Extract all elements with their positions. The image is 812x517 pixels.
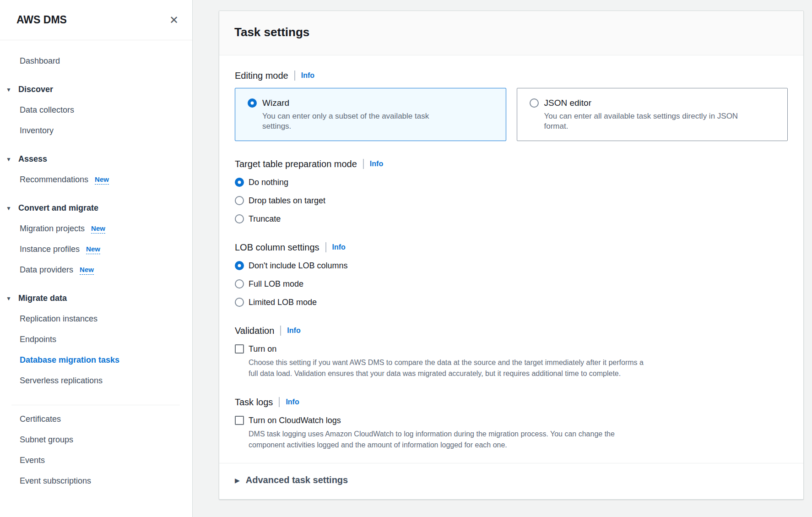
sidebar-item-subnet-groups[interactable]: Subnet groups <box>0 430 192 450</box>
app-title: AWS DMS <box>16 14 67 26</box>
sidebar-item-data-collectors[interactable]: Data collectors <box>0 100 192 120</box>
card-body: Editing mode Info Wizard You can enter o… <box>219 55 803 463</box>
caret-down-icon: ▼ <box>6 295 11 302</box>
sidebar-divider <box>11 405 180 405</box>
sidebar-section-assess: ▼ Assess Recommendations New <box>0 149 192 190</box>
drop-tables-radio[interactable] <box>235 196 244 205</box>
validation-info-link[interactable]: Info <box>287 327 300 335</box>
sidebar-item-database-migration-tasks[interactable]: Database migration tasks <box>0 350 192 370</box>
main-content: Task settings Editing mode Info Wizard <box>193 0 812 517</box>
sidebar-section-header-discover[interactable]: ▼ Discover <box>0 79 192 100</box>
sidebar-item-events[interactable]: Events <box>0 450 192 471</box>
new-badge: New <box>80 266 94 275</box>
editing-mode-tiles: Wizard You can enter only a subset of th… <box>235 88 788 141</box>
json-editor-label: JSON editor <box>544 98 591 108</box>
validation-label: Validation <box>235 326 274 336</box>
sidebar-section-header-convert-and-migrate[interactable]: ▼ Convert and migrate <box>0 198 192 218</box>
sidebar-section-header-assess[interactable]: ▼ Assess <box>0 149 192 169</box>
target-table-label: Target table preparation mode <box>235 159 357 169</box>
sidebar-item-inventory[interactable]: Inventory <box>0 120 192 141</box>
label-separator <box>294 71 295 81</box>
sidebar-item-data-providers[interactable]: Data providers New <box>0 260 192 280</box>
radio-option-dont-include-lob[interactable]: Don't include LOB columns <box>235 260 788 271</box>
tile-json-editor[interactable]: JSON editor You can enter all available … <box>517 88 788 141</box>
sidebar-section-convert-and-migrate: ▼ Convert and migrate Migration projects… <box>0 198 192 280</box>
dont-include-lob-radio[interactable] <box>235 261 244 270</box>
do-nothing-radio[interactable] <box>235 178 244 187</box>
field-lob-column-settings: LOB column settings Info Don't include L… <box>235 242 788 308</box>
sidebar-section-migrate-data: ▼ Migrate data Replication instances End… <box>0 288 192 391</box>
label-separator <box>325 242 326 252</box>
sidebar-item-endpoints[interactable]: Endpoints <box>0 329 192 350</box>
close-icon[interactable]: ✕ <box>169 15 179 26</box>
sidebar-section-header-migrate-data[interactable]: ▼ Migrate data <box>0 288 192 309</box>
lob-info-link[interactable]: Info <box>332 243 346 251</box>
sidebar-nav: Dashboard ▼ Discover Data collectors Inv… <box>0 40 192 491</box>
editing-mode-info-link[interactable]: Info <box>301 71 314 80</box>
wizard-description: You can enter only a subset of the avail… <box>262 111 459 131</box>
new-badge: New <box>91 224 105 234</box>
field-task-logs: Task logs Info Turn on CloudWatch logs D… <box>235 397 788 451</box>
sidebar-item-serverless-replications[interactable]: Serverless replications <box>0 370 192 391</box>
radio-option-do-nothing[interactable]: Do nothing <box>235 177 788 188</box>
tile-wizard[interactable]: Wizard You can enter only a subset of th… <box>235 88 506 141</box>
radio-option-truncate[interactable]: Truncate <box>235 213 788 224</box>
sidebar-item-instance-profiles[interactable]: Instance profiles New <box>0 239 192 260</box>
field-target-table-preparation-mode: Target table preparation mode Info Do no… <box>235 158 788 224</box>
label-separator <box>363 159 364 169</box>
label-separator <box>279 397 280 407</box>
radio-option-drop-tables-on-target[interactable]: Drop tables on target <box>235 195 788 206</box>
sidebar-item-event-subscriptions[interactable]: Event subscriptions <box>0 471 192 491</box>
card-header: Task settings <box>219 11 803 55</box>
radio-option-full-lob-mode[interactable]: Full LOB mode <box>235 278 788 289</box>
editing-mode-label: Editing mode <box>235 71 288 81</box>
label-separator <box>280 326 281 336</box>
new-badge: New <box>86 245 100 254</box>
task-logs-label: Task logs <box>235 397 273 408</box>
sidebar-item-dashboard[interactable]: Dashboard <box>0 51 192 71</box>
limited-lob-radio[interactable] <box>235 298 244 307</box>
task-logs-info-link[interactable]: Info <box>286 398 299 406</box>
wizard-radio[interactable] <box>248 98 257 108</box>
wizard-label: Wizard <box>262 98 289 108</box>
sidebar-section-discover: ▼ Discover Data collectors Inventory <box>0 79 192 141</box>
json-editor-radio[interactable] <box>530 98 539 108</box>
field-editing-mode: Editing mode Info Wizard You can enter o… <box>235 70 788 141</box>
sidebar-item-migration-projects[interactable]: Migration projects New <box>0 218 192 239</box>
validation-turn-on-option[interactable]: Turn on <box>235 343 788 354</box>
sidebar: AWS DMS ✕ Dashboard ▼ Discover Data coll… <box>0 0 193 517</box>
new-badge: New <box>95 175 109 185</box>
lob-label: LOB column settings <box>235 242 319 253</box>
page-title: Task settings <box>234 25 788 39</box>
advanced-task-settings-expander[interactable]: ▶ Advanced task settings <box>219 463 803 499</box>
radio-option-limited-lob-mode[interactable]: Limited LOB mode <box>235 297 788 308</box>
caret-down-icon: ▼ <box>6 156 11 163</box>
validation-checkbox[interactable] <box>235 344 244 354</box>
task-logs-description: DMS task logging uses Amazon CloudWatch … <box>249 429 648 451</box>
caret-right-icon: ▶ <box>235 477 240 484</box>
advanced-task-settings-label: Advanced task settings <box>246 475 348 485</box>
caret-down-icon: ▼ <box>6 205 11 212</box>
sidebar-item-replication-instances[interactable]: Replication instances <box>0 309 192 329</box>
truncate-radio[interactable] <box>235 214 244 223</box>
validation-description: Choose this setting if you want AWS DMS … <box>249 357 648 379</box>
json-editor-description: You can enter all available task setting… <box>544 111 741 131</box>
target-table-info-link[interactable]: Info <box>370 160 383 168</box>
cloudwatch-logs-checkbox[interactable] <box>235 416 244 425</box>
sidebar-item-recommendations[interactable]: Recommendations New <box>0 169 192 190</box>
task-logs-turn-on-option[interactable]: Turn on CloudWatch logs <box>235 415 788 426</box>
task-settings-card: Task settings Editing mode Info Wizard <box>219 11 804 500</box>
caret-down-icon: ▼ <box>6 87 11 93</box>
field-validation: Validation Info Turn on Choose this sett… <box>235 325 788 379</box>
sidebar-header: AWS DMS ✕ <box>0 0 192 40</box>
full-lob-radio[interactable] <box>235 279 244 288</box>
sidebar-item-certificates[interactable]: Certificates <box>0 409 192 430</box>
